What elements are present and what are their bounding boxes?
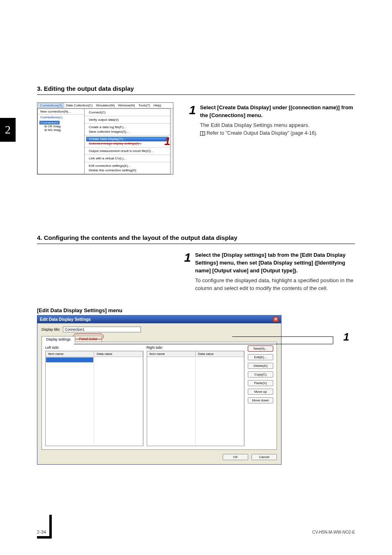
left-grid[interactable]: Item name Data value bbox=[45, 351, 143, 446]
col-header-item-name: Item name bbox=[147, 351, 196, 357]
step3-instruction: Select [Create Data Display] under [(con… bbox=[200, 104, 355, 120]
dialog-caption: [Edit Data Display Settings] menu bbox=[37, 307, 355, 313]
ok-button[interactable]: OK bbox=[223, 454, 248, 460]
col-header-data-value: Data value bbox=[94, 351, 143, 357]
step3-block: 1 Select [Create Data Display] under [(c… bbox=[189, 104, 355, 136]
ctx-image-display-settings[interactable]: Collected image display settings(I)... bbox=[85, 141, 170, 146]
book-icon bbox=[200, 131, 205, 136]
ctx-create-log-file[interactable]: Create a data log file(F)... bbox=[85, 125, 170, 129]
menubar-simulator[interactable]: Simulator(M) bbox=[95, 103, 117, 108]
ctx-save-images[interactable]: Save collected Images(S)... bbox=[85, 129, 170, 134]
step-number: 1 bbox=[184, 251, 191, 292]
tree-ng-imag[interactable]: NG Imag bbox=[39, 128, 83, 132]
figure-context-menu: Connections(S) Data Collection(C) Simula… bbox=[37, 102, 177, 175]
dialog-titlebar: Edit Data Display Settings ✕ bbox=[37, 315, 281, 323]
step3-reference: Refer to "Create Output Data Display" (p… bbox=[200, 130, 355, 136]
ctx-connect[interactable]: Connect(C) bbox=[85, 110, 170, 115]
move-up-button[interactable]: Move up bbox=[248, 389, 273, 395]
cancel-button[interactable]: Cancel bbox=[251, 454, 277, 460]
footer-mark bbox=[49, 515, 52, 539]
menubar-help[interactable]: Help( bbox=[152, 103, 163, 108]
display-title-label: Display title: bbox=[42, 327, 60, 332]
step4-block: 1 Select the [Display settings] tab from… bbox=[184, 251, 355, 292]
right-side-label: Right side: bbox=[147, 345, 245, 350]
close-icon[interactable]: ✕ bbox=[273, 317, 279, 322]
tab-display-settings[interactable]: Display settings bbox=[42, 336, 75, 342]
step4-instruction: Select the [Display settings] tab from t… bbox=[195, 251, 355, 275]
connections-dropdown: New connection(N)... Connections(L) Conn… bbox=[37, 108, 85, 174]
step3-result: The Edit Data Display Settings menu appe… bbox=[200, 121, 355, 129]
ctx-output-to-excel[interactable]: Output measurement result to excel file(… bbox=[85, 149, 170, 153]
left-side-label: Left side: bbox=[45, 345, 143, 350]
right-grid[interactable]: Item name Data value bbox=[147, 351, 245, 446]
menu-new-connection[interactable]: New connection(N)... bbox=[38, 109, 84, 114]
delete-button[interactable]: Delete(D) bbox=[248, 363, 273, 369]
section4-heading: 4. Configuring the contents and the layo… bbox=[37, 234, 355, 244]
move-down-button[interactable]: Move down bbox=[248, 397, 273, 403]
ctx-edit-connection-settings[interactable]: Edit connection settings(E)... bbox=[85, 164, 170, 168]
section3-heading: 3. Editing the output data display bbox=[37, 85, 355, 95]
step4-body: To configure the displayed data, highlig… bbox=[195, 276, 355, 292]
col-header-data-value: Data value bbox=[196, 351, 244, 357]
menu-connections-list[interactable]: Connections(L) bbox=[38, 115, 84, 120]
copy-button[interactable]: Copy(C) bbox=[248, 371, 273, 378]
menubar-connections[interactable]: Connections(S) bbox=[38, 103, 64, 108]
step-number: 1 bbox=[189, 104, 196, 136]
doc-code: CV-H5N-M-WW-NO2-E bbox=[312, 530, 355, 534]
page-number: 2-34 bbox=[37, 530, 46, 534]
edit-data-display-settings-dialog: Edit Data Display Settings ✕ Display tit… bbox=[37, 315, 281, 465]
grid-action-buttons: New(N)... Edit(E)... Delete(D) Copy(C) P… bbox=[248, 345, 273, 446]
tree-ok-imag[interactable]: OK Imag bbox=[39, 124, 83, 128]
menubar-tools[interactable]: Tools(T) bbox=[137, 103, 152, 108]
tab-panel-color[interactable]: Panel Color bbox=[75, 336, 102, 342]
edit-button[interactable]: Edit(E)... bbox=[248, 354, 273, 360]
ctx-create-data-display[interactable]: Create Data Display(Y)... bbox=[86, 137, 168, 141]
new-button[interactable]: New(N)... bbox=[248, 345, 273, 352]
connection-context-menu: Connect(C) Verify output data(V) Create … bbox=[84, 108, 171, 174]
display-title-input[interactable] bbox=[63, 327, 141, 332]
ctx-link-virtual-cv[interactable]: Link with a virtual CV(L)... bbox=[85, 156, 170, 161]
figure-callout-1: 1 bbox=[164, 135, 170, 148]
page-footer: 2-34 CV-H5N-M-WW-NO2-E bbox=[37, 530, 355, 534]
paste-button[interactable]: Paste(V) bbox=[248, 380, 273, 386]
ctx-verify-output[interactable]: Verify output data(V) bbox=[85, 117, 170, 122]
menubar: Connections(S) Data Collection(C) Simula… bbox=[37, 103, 173, 108]
ctx-delete-connection[interactable]: Delete this connection setting(D) bbox=[85, 168, 170, 173]
menubar-window[interactable]: Window(W) bbox=[116, 103, 136, 108]
col-header-item-name: Item name bbox=[46, 351, 94, 357]
selected-cell[interactable] bbox=[46, 357, 93, 362]
figure-dialog: 1 Edit Data Display Settings ✕ Display t… bbox=[37, 315, 284, 465]
menubar-datacollection[interactable]: Data Collection(C) bbox=[64, 103, 94, 108]
tree-connection1[interactable]: Connection1 bbox=[39, 121, 60, 124]
dialog-title-text: Edit Data Display Settings bbox=[40, 317, 91, 322]
figure-callout-1: 1 bbox=[344, 331, 349, 343]
